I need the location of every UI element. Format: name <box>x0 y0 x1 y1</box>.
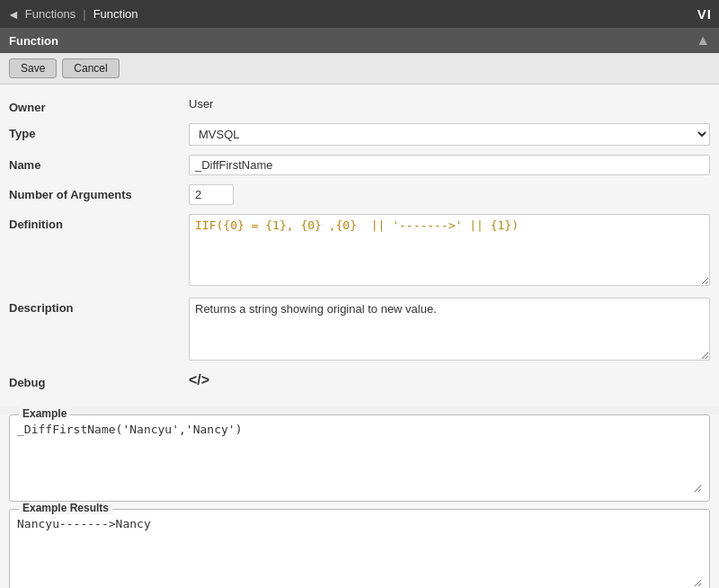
definition-textarea[interactable] <box>189 214 710 286</box>
example-section: Example <box>9 414 710 502</box>
bottom-area: Example Example Results Edge Case Settin… <box>0 414 719 588</box>
type-label: Type <box>9 123 189 140</box>
debug-code-icon[interactable]: </> <box>189 370 209 388</box>
function-header-title: Function <box>9 34 58 48</box>
description-label: Description <box>9 298 189 315</box>
breadcrumb-area: ◄ Functions | Function <box>7 7 138 22</box>
owner-row: Owner User <box>9 97 710 114</box>
definition-field-wrap <box>189 214 710 289</box>
toolbar: Save Cancel <box>0 53 719 85</box>
example-results-legend: Example Results <box>19 502 112 514</box>
description-row: Description <box>9 298 710 363</box>
num-args-input[interactable] <box>189 184 234 205</box>
type-row: Type MVSQL SQL Basic <box>9 123 710 146</box>
function-header-bar: Function ▲ <box>0 28 719 53</box>
definition-label: Definition <box>9 214 189 231</box>
num-args-row: Number of Arguments <box>9 184 710 205</box>
description-field-wrap <box>189 298 710 363</box>
name-row: Name <box>9 155 710 175</box>
debug-icon-wrap: </> <box>189 372 710 388</box>
definition-row: Definition <box>9 214 710 289</box>
example-results-textarea[interactable] <box>17 515 702 587</box>
save-button[interactable]: Save <box>9 58 57 78</box>
description-textarea[interactable] <box>189 298 710 361</box>
breadcrumb-current-page: Function <box>93 7 138 21</box>
name-input[interactable] <box>189 155 710 175</box>
debug-row: Debug </> <box>9 372 710 389</box>
num-args-label: Number of Arguments <box>9 184 189 201</box>
owner-label: Owner <box>9 97 189 114</box>
breadcrumb-functions-link[interactable]: Functions <box>25 7 75 21</box>
back-arrow-icon[interactable]: ◄ <box>7 7 20 22</box>
top-navigation-bar: ◄ Functions | Function VI <box>0 0 719 28</box>
num-args-field-wrap <box>189 184 710 205</box>
breadcrumb-separator: | <box>83 7 85 21</box>
owner-value: User <box>189 97 710 111</box>
name-field-wrap <box>189 155 710 175</box>
name-label: Name <box>9 155 189 172</box>
collapse-arrow-icon[interactable]: ▲ <box>696 32 710 49</box>
example-results-section: Example Results <box>9 509 710 588</box>
example-legend: Example <box>19 407 70 420</box>
debug-label: Debug <box>9 372 189 389</box>
form-area: Owner User Type MVSQL SQL Basic Name Num… <box>0 85 719 407</box>
type-field-wrap: MVSQL SQL Basic <box>189 123 710 146</box>
app-initials: VI <box>697 6 712 22</box>
example-textarea[interactable] <box>17 421 702 493</box>
cancel-button[interactable]: Cancel <box>62 58 119 78</box>
type-select[interactable]: MVSQL SQL Basic <box>189 123 710 146</box>
